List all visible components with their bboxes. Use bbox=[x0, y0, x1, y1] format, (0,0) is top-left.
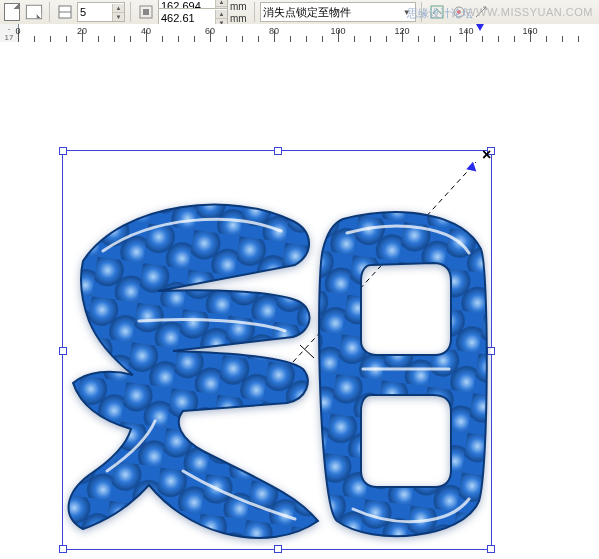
drawing-canvas[interactable]: × bbox=[0, 42, 599, 559]
svg-rect-3 bbox=[143, 9, 149, 15]
unit-label: mm bbox=[228, 1, 249, 12]
ruler-label: 160 bbox=[522, 26, 537, 36]
ruler-track: 020406080100120140160 bbox=[18, 24, 599, 42]
page-layout-icon[interactable] bbox=[55, 2, 75, 22]
ruler-horizontal[interactable]: - 17 020406080100120140160 bbox=[0, 24, 599, 43]
page-size-icon[interactable] bbox=[2, 2, 22, 22]
page-number-field[interactable]: ▲▼ bbox=[77, 2, 125, 22]
spin-down-icon[interactable]: ▼ bbox=[112, 12, 124, 21]
fill-end-x-icon[interactable]: × bbox=[482, 146, 491, 164]
separator bbox=[254, 2, 255, 22]
ruler-label: 80 bbox=[269, 26, 279, 36]
page-number-spinner[interactable]: ▲▼ bbox=[112, 4, 124, 21]
handle-top-left[interactable] bbox=[59, 147, 67, 155]
ruler-label: 40 bbox=[141, 26, 151, 36]
glyph-ri bbox=[319, 212, 487, 536]
combo-label: 消失点锁定至物件 bbox=[263, 5, 401, 20]
spin-up-icon[interactable]: ▲ bbox=[112, 4, 124, 12]
watermark-forum: 思缘设计论坛 bbox=[407, 6, 473, 21]
artwork bbox=[63, 171, 491, 547]
selection-bounds[interactable] bbox=[62, 150, 492, 550]
separator bbox=[49, 2, 50, 22]
watermark-site: WWW.MISSYUAN.COM bbox=[465, 6, 593, 18]
page-number-input[interactable] bbox=[78, 4, 112, 20]
ruler-label: 20 bbox=[77, 26, 87, 36]
dimensions-group: ▲▼ mm ▲▼ mm bbox=[158, 0, 249, 24]
spin-up-icon[interactable]: ▲ bbox=[215, 10, 227, 18]
separator bbox=[130, 2, 131, 22]
ruler-label: 100 bbox=[330, 26, 345, 36]
vanishing-point-combo[interactable]: 消失点锁定至物件 ▼ bbox=[260, 2, 416, 22]
ruler-label: 60 bbox=[205, 26, 215, 36]
ruler-label: 140 bbox=[458, 26, 473, 36]
ruler-label: 120 bbox=[394, 26, 409, 36]
handle-top[interactable] bbox=[274, 147, 282, 155]
page-orient-icon[interactable] bbox=[24, 2, 44, 22]
ruler-position-marker[interactable] bbox=[476, 24, 484, 31]
unit-label: mm bbox=[228, 13, 249, 24]
dimensions-icon bbox=[136, 2, 156, 22]
glyph-xia bbox=[69, 205, 318, 538]
ruler-label: 0 bbox=[15, 26, 20, 36]
